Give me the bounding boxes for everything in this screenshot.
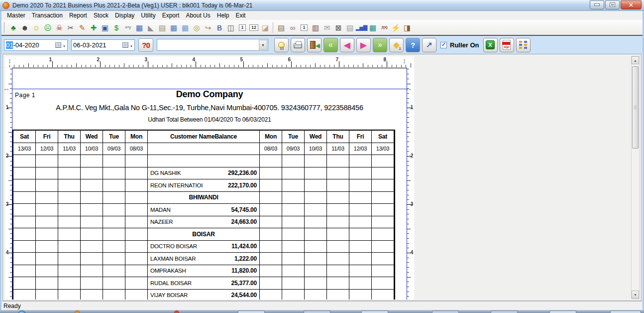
function-icon[interactable]: ƒ(x) — [379, 22, 390, 33]
grid-cell — [58, 155, 81, 167]
grid-cell — [103, 179, 125, 192]
to-date-field[interactable]: 06-03-2021 — [71, 39, 135, 51]
page-setup-button[interactable]: 1 — [389, 38, 404, 52]
combo-dropdown-button[interactable] — [259, 40, 267, 50]
menu-item-about-us[interactable]: About Us — [183, 11, 213, 19]
from-date-field[interactable]: 01-04-2020 — [4, 39, 68, 51]
money-bag-icon[interactable]: $ — [111, 22, 122, 33]
search-glasses-icon[interactable]: ∞ — [287, 22, 298, 33]
scissors-icon[interactable]: ✂ — [65, 22, 76, 33]
close-preview-button[interactable] — [307, 38, 322, 52]
open-window-4[interactable] — [432, 311, 459, 313]
scrollbar-thumb[interactable] — [632, 66, 639, 149]
previous-page-button[interactable] — [340, 38, 354, 52]
mask-icon[interactable]: ☠ — [54, 22, 65, 33]
open-window-3[interactable] — [361, 311, 388, 313]
run-icon[interactable]: ⚡ — [390, 22, 401, 33]
vertical-scrollbar[interactable]: ▲ ▼ — [631, 56, 640, 299]
table-grid-icon[interactable]: ▦ — [180, 22, 191, 33]
scroll-up-button[interactable]: ▲ — [632, 56, 639, 64]
minimize-button[interactable] — [590, 0, 604, 9]
toolbar-gripper[interactable] — [4, 22, 5, 33]
report-filter-combo[interactable] — [157, 39, 268, 51]
v-ruler-number: 3 — [410, 201, 414, 207]
exit-door-icon[interactable]: ◨ — [402, 22, 413, 33]
margin-handle-vertical-left[interactable]: ↕ — [8, 57, 11, 64]
day-header-cell: Mon — [260, 131, 282, 143]
menu-item-exit[interactable]: Exit — [232, 11, 248, 19]
menu-item-display[interactable]: Display — [112, 11, 137, 19]
export-book-icon[interactable]: ↪ — [203, 22, 214, 33]
quick-find-button[interactable]: ?0 — [138, 38, 153, 52]
udhari-table: SatFriThuWedTueMonCustomer NameBalanceMo… — [12, 130, 395, 300]
export-pdf-button[interactable]: PDF — [500, 38, 514, 52]
menu-item-utility[interactable]: Utility — [138, 11, 158, 19]
pinned-app-red[interactable] — [174, 311, 179, 313]
dispatch-cd-icon[interactable]: ◎ — [191, 22, 202, 33]
zoom-button[interactable] — [422, 38, 436, 52]
bold-icon[interactable]: B — [214, 22, 225, 33]
export-excel-button[interactable]: X — [483, 38, 498, 52]
from-date-picker-button[interactable] — [54, 40, 67, 50]
first-page-button[interactable] — [323, 38, 338, 52]
note-edit-icon[interactable]: ✎ — [77, 22, 88, 33]
columns-book-icon[interactable]: ◫ — [225, 22, 236, 33]
level-number: 1 — [399, 46, 401, 51]
scroll-down-button[interactable]: ▼ — [632, 291, 639, 299]
grid-cell — [349, 192, 372, 204]
cancel-note-icon[interactable]: ⊠ — [333, 22, 344, 33]
bar-chart-icon[interactable]: ▂▅▇ — [356, 22, 367, 33]
open-window-7[interactable] — [610, 311, 641, 313]
help-button[interactable] — [406, 38, 420, 52]
menu-item-transaction[interactable]: Transaction — [29, 11, 66, 19]
happy-face-icon[interactable]: ☺ — [31, 22, 42, 33]
last-page-button[interactable] — [373, 38, 387, 52]
grid-cell — [260, 179, 282, 192]
eraser-icon[interactable]: ◪ — [260, 22, 271, 33]
open-window-6[interactable] — [549, 311, 576, 313]
menu-item-export[interactable]: Export — [159, 11, 183, 19]
layout-button[interactable] — [516, 38, 531, 52]
table-blue-icon[interactable]: ▦ — [168, 22, 179, 33]
database-add-icon[interactable]: ▤ — [276, 22, 287, 33]
report-page-icon[interactable]: 1 — [299, 22, 310, 33]
calculator-icon[interactable]: ▦ — [367, 22, 378, 33]
to-date-picker-button[interactable] — [121, 40, 134, 50]
margin-handle-horizontal-right[interactable]: ↔ — [405, 85, 412, 92]
palm-tree-icon[interactable]: ♣ — [8, 22, 19, 33]
page-one-icon[interactable]: 1 — [237, 22, 248, 33]
tip-button[interactable] — [274, 38, 289, 52]
server-small-icon[interactable]: ▤ — [344, 22, 355, 33]
customer-name-header: Customer Name — [170, 133, 215, 140]
pinned-app-orange[interactable] — [75, 311, 80, 313]
nodes-add-icon[interactable]: ✚ — [88, 22, 99, 33]
grid-cell — [327, 167, 349, 180]
restore-button[interactable] — [605, 0, 620, 9]
start-button[interactable] — [18, 311, 26, 313]
ruler-checkbox[interactable] — [440, 42, 447, 48]
page-onetwo-icon[interactable]: 12 — [248, 22, 259, 33]
menu-item-help[interactable]: Help — [214, 11, 232, 19]
margin-handle-vertical-right[interactable]: ↕ — [403, 57, 406, 64]
open-window-1[interactable] — [238, 311, 265, 313]
print-button[interactable] — [291, 38, 305, 52]
protractor-icon[interactable]: ◣ — [145, 22, 156, 33]
calendar-grid-icon[interactable]: ▦ — [134, 22, 145, 33]
comment-icon[interactable]: ✉ — [322, 22, 332, 33]
sad-face-icon[interactable]: ☹ — [42, 22, 53, 33]
grid-cell — [349, 253, 372, 265]
menu-item-master[interactable]: Master — [4, 11, 28, 19]
grid-cell — [36, 228, 58, 241]
margin-handle-horizontal-left[interactable]: ↔ — [3, 85, 10, 92]
menu-item-report[interactable]: Report — [66, 11, 90, 19]
open-window-2[interactable] — [304, 311, 330, 313]
formula-icon[interactable]: x+y — [122, 22, 133, 33]
next-page-button[interactable] — [356, 38, 371, 52]
window-date-icon[interactable]: ▣ — [100, 22, 110, 33]
menu-item-stock[interactable]: Stock — [91, 11, 111, 19]
cabinet-add-icon[interactable]: ▥ — [310, 22, 321, 33]
spy-icon[interactable]: ☻ — [19, 22, 30, 33]
close-button[interactable] — [621, 0, 642, 9]
database-server-icon[interactable]: ▤ — [157, 22, 168, 33]
open-window-5[interactable] — [491, 311, 518, 313]
